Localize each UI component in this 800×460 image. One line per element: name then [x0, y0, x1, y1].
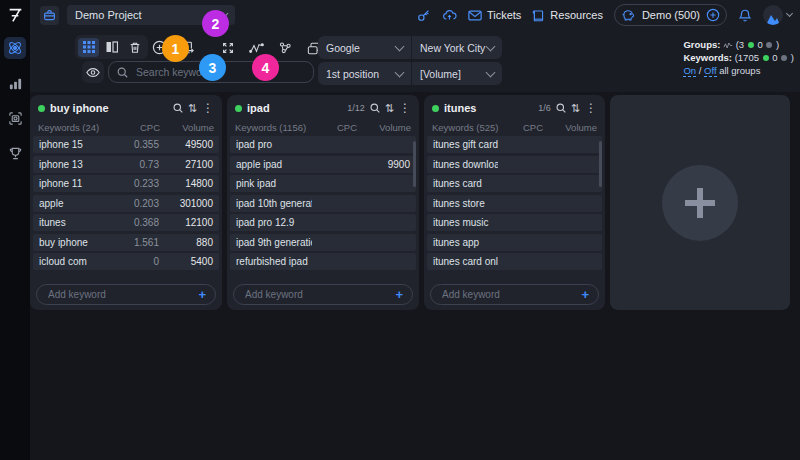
keyword-row[interactable]: apple ipad9900	[230, 156, 416, 173]
add-keyword-button[interactable]: +	[395, 288, 403, 301]
grid-view-button[interactable]	[78, 38, 99, 57]
group-status-dot[interactable]	[432, 105, 439, 112]
add-keyword-input[interactable]	[440, 288, 577, 301]
col-cpc[interactable]: CPC	[116, 122, 160, 133]
groups-board: buy iphone ⇅ ⋮ Keywords (24) CPC Volume …	[30, 95, 790, 310]
activity-button[interactable]	[249, 42, 264, 54]
project-briefcase-button[interactable]	[40, 6, 59, 25]
add-group-circle[interactable]	[662, 165, 738, 241]
camera-focus-icon	[8, 111, 23, 126]
user-menu[interactable]	[763, 5, 792, 25]
group-status-dot[interactable]	[38, 105, 45, 112]
groups-count-second: 0	[757, 39, 762, 50]
position-select[interactable]: 1st position	[318, 62, 412, 85]
sidebar-item-snapshots[interactable]	[4, 107, 26, 129]
tickets-label: Tickets	[487, 9, 521, 21]
keywords-count-second: 0	[772, 52, 777, 63]
keyword-row[interactable]: buy iphone1.561880	[33, 234, 219, 251]
eye-icon	[86, 67, 100, 78]
resources-link[interactable]: Resources	[532, 9, 603, 22]
location-select[interactable]: New York City	[412, 36, 502, 59]
keyword-row[interactable]: pink ipad	[230, 175, 416, 192]
keywords-count-open: (1705	[735, 52, 759, 63]
group-search-icon[interactable]	[556, 103, 566, 113]
keyword-row[interactable]: itunes music	[427, 214, 602, 231]
keyword-row[interactable]: iphone 130.7327100	[33, 156, 219, 173]
bulk-check-button[interactable]	[278, 41, 293, 55]
keyword-row[interactable]: itunes download	[427, 156, 602, 173]
cloud-upload-icon[interactable]	[442, 8, 457, 22]
trophy-icon	[8, 146, 23, 161]
keyword-row[interactable]: ipad 10th generation	[230, 195, 416, 212]
group-header: buy iphone ⇅ ⋮	[30, 95, 222, 121]
sidebar-item-projects[interactable]	[4, 37, 26, 59]
group-pagination[interactable]: 1/12	[347, 103, 365, 113]
scrollbar-thumb[interactable]	[599, 141, 602, 187]
add-keyword-button[interactable]: +	[581, 288, 589, 301]
expand-button[interactable]	[221, 41, 235, 55]
view-toggle-group	[75, 35, 148, 59]
tickets-link[interactable]: Tickets	[468, 9, 521, 21]
group-status-dot[interactable]	[235, 105, 242, 112]
sidebar-item-analytics[interactable]	[4, 72, 26, 94]
col-cpc[interactable]: CPC	[499, 122, 543, 133]
keyword-row[interactable]: ipad pro	[230, 136, 416, 153]
keyword-row[interactable]: apple0.203301000	[33, 195, 219, 212]
column-view-button[interactable]	[101, 38, 122, 57]
keyword-row[interactable]: itunes0.36812100	[33, 214, 219, 231]
add-group-card[interactable]	[610, 95, 790, 310]
keyword-row[interactable]: ipad 9th generation	[230, 234, 416, 251]
scrollbar-thumb[interactable]	[413, 141, 416, 187]
keyword-row[interactable]: iphone 110.23314800	[33, 175, 219, 192]
add-keyword-input[interactable]	[243, 288, 391, 301]
keyword-group-card-buy-iphone: buy iphone ⇅ ⋮ Keywords (24) CPC Volume …	[30, 95, 222, 310]
group-pagination[interactable]: 1/6	[538, 103, 551, 113]
keyword-row[interactable]: itunes card	[427, 175, 602, 192]
app-logo[interactable]	[7, 7, 24, 24]
col-volume[interactable]: Volume	[160, 122, 214, 133]
book-icon	[532, 9, 545, 22]
kebab-menu-icon[interactable]: ⋮	[585, 102, 597, 114]
group-sort-icon[interactable]: ⇅	[571, 103, 580, 114]
group-search-icon[interactable]	[370, 103, 380, 113]
keywords-label: Keywords:	[683, 52, 732, 63]
col-volume[interactable]: Volume	[357, 122, 411, 133]
all-groups-off-link[interactable]: Off	[704, 65, 717, 77]
col-keywords[interactable]: Keywords (1156)	[235, 122, 313, 133]
inactive-dot	[781, 55, 787, 61]
keyword-row[interactable]: itunes card online	[427, 253, 602, 270]
metric-select[interactable]: [Volume]	[412, 62, 502, 85]
scatter-dots-icon	[278, 41, 293, 55]
keyword-row[interactable]: iphone 150.35549500	[33, 136, 219, 153]
search-engine-select[interactable]: Google	[318, 36, 412, 59]
topbar-right: Tickets Resources Demo (500)	[417, 4, 792, 26]
kebab-menu-icon[interactable]: ⋮	[202, 102, 214, 114]
col-volume[interactable]: Volume	[543, 122, 597, 133]
add-funds-icon[interactable]	[706, 8, 720, 22]
kebab-menu-icon[interactable]: ⋮	[399, 102, 411, 114]
groups-summary-line: Groups: (3 0 )	[683, 38, 794, 51]
add-keyword-button[interactable]: +	[198, 288, 206, 301]
col-cpc[interactable]: CPC	[313, 122, 357, 133]
pulse-icon	[249, 42, 264, 54]
balance-pill[interactable]: Demo (500)	[614, 4, 727, 26]
col-keywords[interactable]: Keywords (525)	[432, 122, 499, 133]
visibility-toggle-button[interactable]	[82, 61, 104, 83]
sidebar-item-achievements[interactable]	[4, 142, 26, 164]
group-sort-icon[interactable]: ⇅	[385, 103, 394, 114]
all-groups-on-link[interactable]: On	[683, 65, 696, 77]
col-keywords[interactable]: Keywords (24)	[38, 122, 116, 133]
keyword-row[interactable]: ipad pro 12.9	[230, 214, 416, 231]
keyword-row[interactable]: itunes store	[427, 195, 602, 212]
keyword-row[interactable]: itunes app	[427, 234, 602, 251]
api-key-icon[interactable]	[417, 8, 431, 22]
group-sort-icon[interactable]: ⇅	[188, 103, 197, 114]
annotation-badge-3: 3	[199, 54, 226, 81]
keyword-row[interactable]: itunes gift card	[427, 136, 602, 153]
keyword-row[interactable]: refurbished ipad	[230, 253, 416, 270]
notifications-bell-icon[interactable]	[738, 8, 752, 23]
keyword-row[interactable]: icloud com05400	[33, 253, 219, 270]
delete-button[interactable]	[124, 38, 145, 57]
group-search-icon[interactable]	[173, 103, 183, 113]
add-keyword-input[interactable]	[46, 288, 194, 301]
